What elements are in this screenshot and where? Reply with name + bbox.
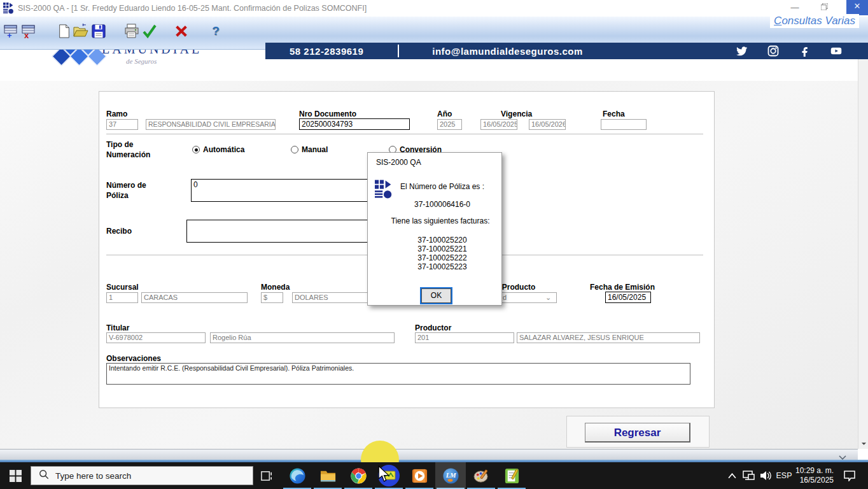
vertical-scrollbar[interactable] xyxy=(858,41,868,449)
taskbar-clock[interactable]: 10:29 a. m.16/5/2025 xyxy=(794,462,835,489)
phone-number: 58 212-2839619 xyxy=(290,46,363,57)
titular-id-field[interactable]: V-6978002 xyxy=(106,332,206,343)
fecha-field[interactable] xyxy=(601,119,647,130)
youtube-icon[interactable] xyxy=(830,45,842,57)
sucursal-code-field[interactable]: 1 xyxy=(106,292,138,303)
open-folder-icon[interactable] xyxy=(73,23,89,39)
productor-code-field[interactable]: 201 xyxy=(415,332,514,343)
clock-time: 10:29 a. m. xyxy=(795,466,834,475)
titular-name-field[interactable]: Rogelio Rúa xyxy=(210,332,395,343)
search-icon xyxy=(39,469,49,482)
invoice-number: 37-100025221 xyxy=(385,244,500,253)
tipo-numeracion-label2: Numeración xyxy=(106,150,150,159)
moneda-symbol-field[interactable]: $ xyxy=(261,292,283,303)
mouse-cursor xyxy=(378,465,390,485)
invoice-number: 37-100025222 xyxy=(385,253,500,262)
radio-automatica[interactable] xyxy=(192,146,200,153)
new-document-icon[interactable] xyxy=(56,23,73,39)
anio-field[interactable]: 2025 xyxy=(437,119,462,130)
minimize-button[interactable]: — xyxy=(785,1,804,14)
start-button[interactable] xyxy=(0,462,31,489)
cancel-icon[interactable] xyxy=(173,23,190,39)
app-icon xyxy=(3,3,14,17)
radio-automatica-label[interactable]: Automática xyxy=(203,145,244,154)
tipo-numeracion-label: Tipo de xyxy=(106,140,133,149)
dialog-policy-number: 37-100006416-0 xyxy=(385,200,500,209)
print-icon[interactable] xyxy=(123,23,140,39)
fecha-emision-label: Fecha de Emisión xyxy=(590,283,655,292)
instagram-icon[interactable] xyxy=(767,45,779,57)
taskbar-search[interactable]: Type here to search xyxy=(31,466,253,485)
sucursal-name-field[interactable]: CARACAS xyxy=(141,292,248,303)
ramo-label: Ramo xyxy=(106,110,127,118)
ramo-code-field[interactable]: 37 xyxy=(106,119,138,130)
speaker-icon[interactable] xyxy=(757,462,774,489)
consultas-varias-link[interactable]: Consultas Varias xyxy=(770,14,859,28)
confirm-icon[interactable] xyxy=(141,23,158,39)
numero-poliza-label: Número de xyxy=(106,181,146,190)
add-record-icon[interactable]: + xyxy=(3,23,19,39)
email-address: info@lamundialdeseguros.com xyxy=(432,46,583,57)
taskbar-app-notes[interactable] xyxy=(496,462,527,489)
ramo-desc-field[interactable]: RESPONSABILIDAD CIVIL EMPRESARIAL xyxy=(146,119,276,130)
svg-text:+: + xyxy=(7,31,12,39)
window-title: SIS-2000 QA - [1 Sr. Freddy Eduardo Lien… xyxy=(18,4,367,13)
taskbar-app-paint[interactable] xyxy=(466,462,496,489)
network-icon[interactable] xyxy=(740,462,757,489)
task-view-button[interactable] xyxy=(253,462,280,489)
tipo-producto-value: d xyxy=(503,294,507,301)
ok-button[interactable]: OK xyxy=(421,288,451,303)
facebook-icon[interactable] xyxy=(799,45,811,57)
taskbar-app-media-player[interactable] xyxy=(404,462,435,489)
language-indicator[interactable]: ESP xyxy=(774,462,794,489)
productor-name-field[interactable]: SALAZAR ALVAREZ, JESUS ENRIQUE xyxy=(517,332,700,343)
svg-text:LM: LM xyxy=(445,472,456,479)
chevron-down-icon[interactable]: ⌄ xyxy=(545,294,551,302)
close-icon[interactable]: ✕ xyxy=(846,0,868,15)
dialog-title: SIS-2000 QA xyxy=(376,158,421,167)
search-placeholder: Type here to search xyxy=(55,471,131,481)
tray-chevron-up-icon[interactable] xyxy=(724,462,739,489)
twitter-icon[interactable] xyxy=(736,45,748,57)
screen: LAMUNDIAL de Seguros 58 212-2839619 info… xyxy=(0,0,868,489)
clock-date: 16/5/2025 xyxy=(800,476,834,485)
contact-divider xyxy=(398,45,399,57)
action-center-icon[interactable] xyxy=(840,462,859,489)
vigencia-from-field[interactable]: 16/05/2025 xyxy=(480,119,517,130)
regresar-button[interactable]: Regresar xyxy=(585,423,690,443)
anio-label: Año xyxy=(437,110,452,118)
site-contact-bar: 58 212-2839619 info@lamundialdeseguros.c… xyxy=(265,43,868,59)
moneda-label: Moneda xyxy=(261,283,290,292)
recibo-label: Recibo xyxy=(106,227,132,236)
delete-record-icon[interactable]: x xyxy=(20,23,37,39)
taskbar-app-explorer[interactable] xyxy=(312,462,343,489)
nro-documento-label: Nro Documento xyxy=(299,110,356,118)
dialog-line2: Tiene las siguientes facturas: xyxy=(378,216,503,225)
productor-label: Productor xyxy=(415,323,451,332)
titular-label: Titular xyxy=(106,323,129,332)
fecha-label: Fecha xyxy=(603,110,625,118)
vigencia-label: Vigencia xyxy=(501,110,532,118)
brand-subtitle: de Seguros xyxy=(126,57,157,65)
numero-poliza-label2: Póliza xyxy=(106,191,129,200)
help-icon[interactable]: ? xyxy=(207,23,224,39)
save-icon[interactable] xyxy=(90,23,107,39)
regresar-panel: Regresar xyxy=(566,416,710,448)
fecha-emision-field[interactable]: 16/05/2025 xyxy=(605,292,651,303)
nro-documento-field[interactable]: 202500034793 xyxy=(299,118,410,130)
window-titlebar[interactable]: SIS-2000 QA - [1 Sr. Freddy Eduardo Lien… xyxy=(0,0,868,17)
observaciones-label: Observaciones xyxy=(106,354,161,363)
observaciones-textarea[interactable]: Intentando emitir R.C.E. (Responsabilida… xyxy=(106,363,690,385)
taskbar-app-chrome[interactable] xyxy=(343,462,374,489)
invoice-number: 37-100025220 xyxy=(385,236,500,244)
policy-dialog[interactable]: SIS-2000 QA El Número de Póliza es : 37-… xyxy=(367,152,502,306)
taskbar-app-lamundial[interactable]: LM xyxy=(435,462,466,489)
radio-manual-label[interactable]: Manual xyxy=(302,145,328,154)
taskbar-app-edge[interactable] xyxy=(282,462,312,489)
radio-manual[interactable] xyxy=(291,146,298,153)
collapsed-window-bar[interactable] xyxy=(0,449,858,460)
scroll-down-icon[interactable] xyxy=(858,439,868,449)
restore-button[interactable] xyxy=(815,1,834,14)
vigencia-to-field[interactable]: 16/05/2026 xyxy=(529,119,566,130)
invoice-number: 37-100025223 xyxy=(385,262,500,271)
